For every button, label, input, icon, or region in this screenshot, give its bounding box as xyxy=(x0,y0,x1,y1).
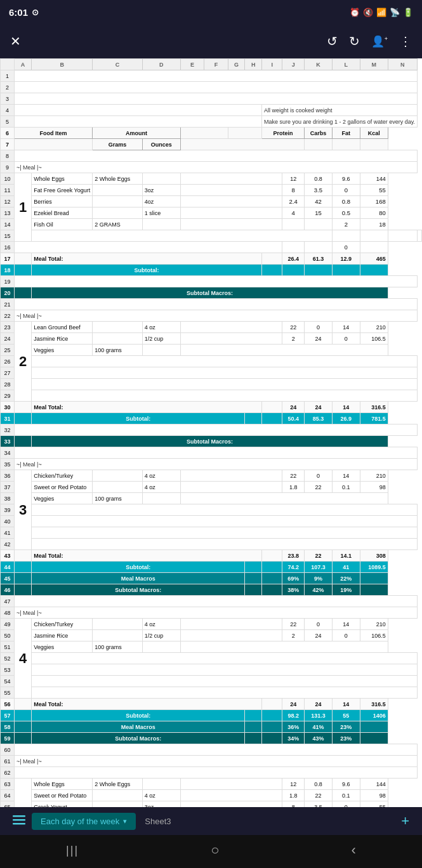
table-row: 25 Veggies 100 grams xyxy=(1,345,422,356)
wifi-icon: 📶 xyxy=(376,8,386,17)
food-fat: 9.6 xyxy=(332,173,360,185)
sheet-table: A B C D E F G H I J K L M N 1 xyxy=(0,58,422,807)
alarm-icon: ⏰ xyxy=(350,8,360,17)
table-row: 38 Veggies 100 grams xyxy=(1,493,422,504)
subtotal-row: 44 Subtotal: 74.2 107.3 41 1089.5 xyxy=(1,562,422,573)
table-row: 37 Sweet or Red Potato 4 oz 1.8 22 0.1 9… xyxy=(1,482,422,493)
close-button[interactable]: ✕ xyxy=(10,34,21,49)
spreadsheet-scroll[interactable]: A B C D E F G H I J K L M N 1 xyxy=(0,58,422,807)
table-row: 13 Ezekiel Bread 1 slice 4 15 0.5 80 xyxy=(1,207,422,219)
col-header-carbs: Carbs xyxy=(304,128,332,139)
redo-button[interactable]: ↻ xyxy=(349,34,360,49)
tab-inactive-label: Sheet3 xyxy=(145,817,171,826)
meal-1-label: ~| Meal |~ xyxy=(15,162,418,173)
svg-rect-1 xyxy=(13,819,25,821)
meal-total-row: 56 Meal Total: 24 24 14 316.5 xyxy=(1,699,422,710)
mute-icon: 🔇 xyxy=(363,8,373,17)
table-row: 5Make sure you are drinking 1 - 2 gallon… xyxy=(1,116,422,128)
status-bar: 6:01 ⊙ ⏰ 🔇 📶 📡 🔋 xyxy=(0,0,422,24)
meal-num-5: 5 xyxy=(15,779,32,808)
meal-macros-row: 45 Meal Macros 69% 9% 22% xyxy=(1,573,422,584)
tab-inactive[interactable]: Sheet3 xyxy=(136,813,180,830)
tab-add-button[interactable]: + xyxy=(395,813,416,829)
signal-icon: 📡 xyxy=(390,8,400,17)
table-row: 12 Berries 4oz 2.4 42 0.8 168 xyxy=(1,196,422,207)
table-row: 27 xyxy=(1,367,422,379)
sync-icon: ⊙ xyxy=(32,8,39,17)
subtotal-row: 57 Subtotal: 98.2 131.3 55 1406 xyxy=(1,710,422,721)
subtotal-row: 31 Subtotal: 50.4 85.3 26.9 781.5 xyxy=(1,413,422,424)
meal-4-label: ~| Meal |~ xyxy=(15,607,418,619)
nav-bar: ||| ○ ‹ xyxy=(0,835,422,868)
table-row: 26 xyxy=(1,356,422,367)
sub-header-row: 7 Grams Ounces xyxy=(1,139,422,150)
tab-menu-icon[interactable] xyxy=(6,813,32,829)
nav-home-icon[interactable]: ○ xyxy=(211,842,219,858)
battery-icon: 🔋 xyxy=(403,8,413,17)
table-row: 1 xyxy=(1,70,422,82)
meal-label-row: 9 ~| Meal |~ xyxy=(1,162,422,173)
meal-label-row: 35 ~| Meal |~ xyxy=(1,459,422,470)
table-row: 2 xyxy=(1,82,422,93)
table-row: 19 xyxy=(1,276,422,287)
table-row: 55 xyxy=(1,687,422,699)
col-header-amount: Amount xyxy=(93,128,180,139)
table-row: 15 xyxy=(1,230,422,242)
tab-active[interactable]: Each day of the week ▾ xyxy=(32,813,136,830)
nav-menu-icon[interactable]: ||| xyxy=(66,844,79,857)
table-row: 42 xyxy=(1,539,422,550)
table-row: 3 xyxy=(1,93,422,105)
table-row: 29 xyxy=(1,390,422,402)
col-subheader-grams: Grams xyxy=(93,139,142,150)
meal-total-row: 43 Meal Total: 23.8 22 14.1 308 xyxy=(1,550,422,562)
table-row: 51 Veggies 100 grams xyxy=(1,641,422,653)
table-row: 62 xyxy=(1,767,422,779)
subtotal-macros-row: 59 Subtotal Macros: 34% 43% 23% xyxy=(1,733,422,744)
food-kcal: 144 xyxy=(360,173,388,185)
table-row: 23 2 Lean Ground Beef 4 oz 22 0 14 210 xyxy=(1,322,422,333)
table-row: 64 Sweet or Red Potato 4 oz 1.8 22 0.1 9… xyxy=(1,790,422,801)
nav-back-icon[interactable]: ‹ xyxy=(352,842,356,858)
tab-bar: Each day of the week ▾ Sheet3 + xyxy=(0,807,422,835)
meal-macros-row: 58 Meal Macros 36% 41% 23% xyxy=(1,721,422,733)
food-grams: 2 Whole Eggs xyxy=(93,173,142,185)
col-header-kcal: Kcal xyxy=(360,128,388,139)
table-row: 28 xyxy=(1,379,422,390)
add-user-button[interactable]: 👤+ xyxy=(371,35,388,48)
meal-num-4: 4 xyxy=(15,619,32,699)
info-text-2: Make sure you are drinking 1 - 2 gallons… xyxy=(261,116,417,128)
col-header-row: A B C D E F G H I J K L M N xyxy=(1,59,422,70)
meal-label-row: 61 ~| Meal |~ xyxy=(1,756,422,767)
meal-total-row: 17 Meal Total: 26.4 61.3 12.9 465 xyxy=(1,253,422,265)
table-row: 16 0 xyxy=(1,242,422,253)
table-row: 41 xyxy=(1,527,422,539)
meal-label-row: 48 ~| Meal |~ xyxy=(1,607,422,619)
subtotal-macros-row: 33 Subtotal Macros: xyxy=(1,436,422,447)
table-row: 54 xyxy=(1,676,422,687)
spreadsheet-area: A B C D E F G H I J K L M N 1 xyxy=(0,58,422,807)
toolbar: ✕ ↺ ↻ 👤+ ⋮ xyxy=(0,24,422,58)
info-text-1: All weight is cooked weight xyxy=(261,105,417,116)
meal-label-row: 22 ~| Meal |~ xyxy=(1,310,422,322)
table-row: 65 Greek Yogurt 3oz 8 3.5 0 55 xyxy=(1,801,422,808)
meal-2-label: ~| Meal |~ xyxy=(15,310,418,322)
meal-3-label: ~| Meal |~ xyxy=(15,459,418,470)
table-row: 49 4 Chicken/Turkey 4 oz 22 0 14 210 xyxy=(1,619,422,630)
table-row: 32 xyxy=(1,424,422,436)
time-display: 6:01 xyxy=(9,7,28,18)
undo-button[interactable]: ↺ xyxy=(327,34,338,49)
table-row: 60 xyxy=(1,744,422,756)
meal-5-label: ~| Meal |~ xyxy=(15,756,418,767)
subtotal-macros-row: 46 Subtotal Macros: 38% 42% 19% xyxy=(1,584,422,596)
table-row: 14 Fish Oil 2 GRAMS 2 18 xyxy=(1,219,422,230)
col-subheader-ounces: Ounces xyxy=(142,139,180,150)
svg-rect-0 xyxy=(13,815,25,817)
svg-rect-2 xyxy=(13,823,25,825)
table-row: 21 xyxy=(1,299,422,310)
table-row: 8 xyxy=(1,150,422,162)
table-row: 52 xyxy=(1,653,422,664)
subtotal-row: 18 Subtotal: xyxy=(1,265,422,276)
more-options-button[interactable]: ⋮ xyxy=(399,34,412,49)
table-row: 40 xyxy=(1,516,422,527)
table-row: 24 Jasmine Rice 1/2 cup 2 24 0 106.5 xyxy=(1,333,422,345)
